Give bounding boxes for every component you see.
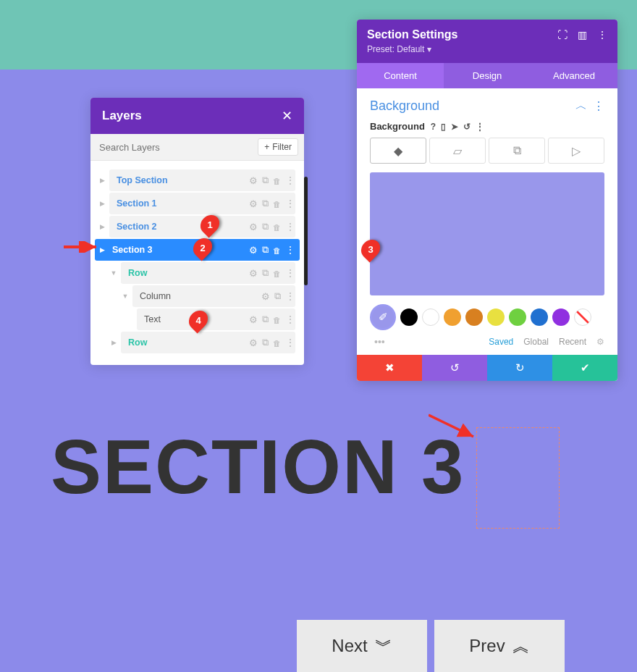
dots-icon[interactable] (285, 314, 295, 325)
duplicate-icon[interactable] (262, 267, 269, 279)
layers-title: Layers (102, 109, 142, 123)
chevron-right-icon[interactable]: ▶ (96, 177, 108, 184)
dots-icon[interactable] (285, 267, 295, 279)
gear-icon[interactable] (249, 198, 258, 209)
search-input[interactable] (90, 135, 252, 160)
swatch-green[interactable] (509, 308, 526, 326)
selection-box (476, 427, 560, 529)
settings-tabs: Content Design Advanced (357, 63, 617, 88)
bg-type-color[interactable]: ◆ (370, 138, 426, 164)
redo-button[interactable]: ↻ (487, 355, 552, 381)
dots-icon[interactable]: ⋮ (593, 99, 604, 113)
gear-icon[interactable] (261, 291, 270, 302)
grid-icon[interactable]: ▥ (578, 29, 587, 41)
filter-button[interactable]: + Filter (258, 138, 298, 156)
swatch-orange[interactable] (444, 308, 461, 326)
chevron-down-icon[interactable]: ▼ (119, 293, 131, 300)
dots-icon[interactable]: ⋮ (476, 122, 484, 132)
gear-icon[interactable]: ⚙ (596, 337, 604, 347)
bg-type-video[interactable]: ▷ (548, 138, 604, 164)
layer-item-section-1[interactable]: ▶ Section 1 (95, 193, 300, 214)
tab-design[interactable]: Design (444, 63, 531, 88)
chevron-up-icon[interactable]: ︿ (575, 98, 587, 114)
duplicate-icon[interactable] (262, 221, 269, 232)
trash-icon[interactable] (273, 314, 281, 325)
gear-icon[interactable] (249, 337, 258, 348)
more-icon[interactable]: ••• (370, 336, 385, 348)
background-preview[interactable] (370, 172, 604, 295)
phone-icon[interactable]: ▯ (441, 122, 446, 132)
duplicate-icon[interactable] (262, 175, 269, 186)
trash-icon[interactable] (273, 175, 281, 186)
gear-icon[interactable] (249, 245, 258, 256)
eyedropper-icon[interactable]: ✐ (370, 304, 396, 330)
duplicate-icon[interactable] (262, 337, 269, 348)
dots-icon[interactable] (285, 244, 295, 256)
reset-icon[interactable]: ↺ (463, 122, 471, 132)
trash-icon[interactable] (273, 268, 281, 279)
expand-icon[interactable]: ⛶ (557, 29, 568, 41)
palette-global[interactable]: Global (523, 337, 549, 347)
color-swatches: ✐ (370, 304, 604, 330)
chevron-right-icon[interactable]: ▶ (96, 200, 108, 207)
close-icon[interactable]: ✕ (282, 108, 292, 124)
layer-item-top-section[interactable]: ▶ Top Section (95, 169, 300, 191)
dots-icon[interactable] (285, 221, 295, 232)
layer-item-row[interactable]: ▼ Row (95, 262, 300, 284)
layer-label: Top Section (114, 175, 249, 185)
chevron-right-icon[interactable]: ▶ (108, 339, 119, 346)
layer-item-column[interactable]: ▼ Column (95, 285, 300, 307)
trash-icon[interactable] (273, 222, 281, 232)
swatch-black[interactable] (400, 308, 418, 326)
chevron-down-icon[interactable]: ▼ (108, 269, 119, 277)
duplicate-icon[interactable] (262, 314, 269, 325)
layers-header: Layers ✕ (90, 98, 304, 134)
gear-icon[interactable] (249, 222, 258, 232)
bg-type-gradient[interactable]: ▱ (429, 138, 486, 164)
trash-icon[interactable] (273, 245, 281, 256)
dots-icon[interactable]: ⋮ (597, 29, 607, 41)
layer-label: Row (125, 268, 249, 278)
trash-icon[interactable] (273, 198, 281, 209)
dots-icon[interactable] (285, 337, 295, 348)
swatch-none[interactable] (574, 308, 591, 326)
swatch-purple[interactable] (552, 308, 570, 326)
swatch-blue[interactable] (531, 308, 548, 326)
tab-content[interactable]: Content (357, 63, 444, 88)
gear-icon[interactable] (249, 268, 258, 279)
prev-button[interactable]: Prev ︽ (434, 620, 565, 672)
swatch-amber[interactable] (465, 308, 483, 326)
dots-icon[interactable] (285, 290, 295, 302)
layer-item-section-2[interactable]: ▶ Section 2 (95, 216, 300, 238)
cursor-icon[interactable]: ➤ (451, 122, 458, 132)
bg-type-image[interactable]: ⧉ (489, 138, 545, 164)
duplicate-icon[interactable] (262, 244, 269, 256)
background-label: Background (370, 121, 425, 132)
chevron-right-icon[interactable]: ▶ (96, 223, 108, 230)
dots-icon[interactable] (285, 198, 295, 209)
confirm-button[interactable]: ✔ (552, 355, 617, 381)
chevron-double-up-icon: ︽ (512, 634, 530, 658)
gear-icon[interactable] (249, 314, 258, 325)
next-button[interactable]: Next ︾ (297, 620, 427, 672)
scrollbar[interactable] (304, 177, 308, 285)
undo-button[interactable]: ↺ (422, 355, 487, 381)
gear-icon[interactable] (249, 175, 258, 186)
duplicate-icon[interactable] (274, 290, 281, 302)
palette-recent[interactable]: Recent (559, 337, 586, 347)
cancel-button[interactable]: ✖ (357, 355, 422, 381)
tab-advanced[interactable]: Advanced (531, 63, 617, 88)
help-icon[interactable]: ? (431, 122, 436, 132)
preset-label[interactable]: Preset: Default ▾ (367, 44, 607, 54)
dots-icon[interactable] (285, 175, 295, 186)
arrow-icon (64, 241, 104, 253)
layer-label: Section 2 (114, 222, 249, 232)
swatch-white[interactable] (422, 308, 439, 326)
swatch-yellow[interactable] (487, 308, 505, 326)
palette-saved[interactable]: Saved (489, 337, 513, 347)
trash-icon[interactable] (273, 337, 281, 348)
layer-item-row-2[interactable]: ▶ Row (95, 332, 300, 353)
duplicate-icon[interactable] (262, 198, 269, 209)
background-heading[interactable]: Background (370, 98, 439, 114)
next-label: Next (332, 636, 367, 656)
